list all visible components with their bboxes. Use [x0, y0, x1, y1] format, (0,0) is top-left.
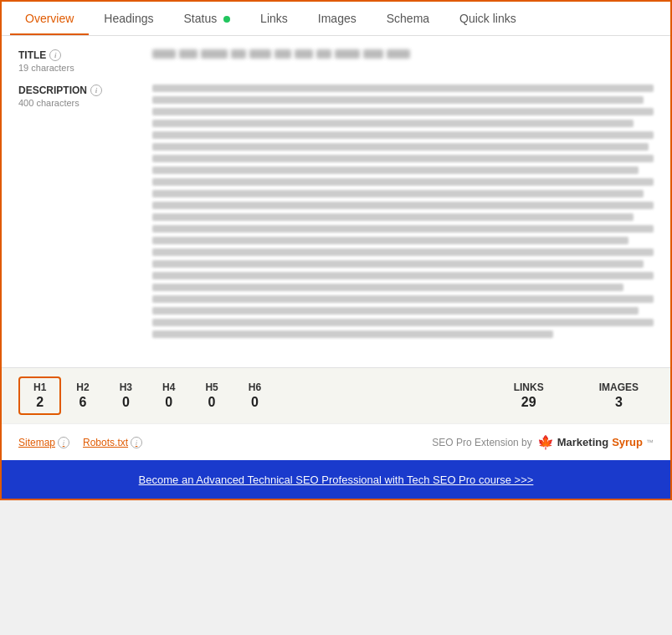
desc-value	[152, 84, 654, 342]
desc-label-area: DESCRIPTION i 400 characters	[18, 84, 152, 108]
title-label-area: TITLE i 19 characters	[18, 49, 152, 73]
banner-link[interactable]: Become an Advanced Technical SEO Profess…	[139, 474, 534, 486]
stat-links: LINKS 29	[499, 376, 559, 415]
stat-h4: H4 0	[147, 376, 190, 415]
footer-right: SEO Pro Extension by 🍁 MarketingSyrup™	[432, 434, 654, 450]
stat-h6: H6 0	[233, 376, 276, 415]
stat-right-group: LINKS 29 IMAGES 3	[499, 376, 654, 415]
sitemap-info-icon[interactable]: i	[58, 437, 69, 448]
robots-link[interactable]: Robots.txt i	[83, 437, 142, 448]
marketing-syrup-logo: 🍁 MarketingSyrup™	[537, 434, 654, 450]
desc-info-icon[interactable]: i	[90, 84, 102, 96]
title-blurred-content	[152, 49, 654, 59]
title-row: TITLE i 19 characters	[18, 49, 654, 73]
tab-images[interactable]: Images	[303, 2, 372, 35]
tab-headings[interactable]: Headings	[89, 2, 168, 35]
status-indicator	[223, 16, 230, 23]
title-info-icon[interactable]: i	[49, 49, 61, 61]
tab-schema[interactable]: Schema	[372, 2, 444, 35]
title-chars: 19 characters	[18, 63, 152, 73]
tab-links[interactable]: Links	[245, 2, 303, 35]
stat-h3: H3 0	[105, 376, 147, 415]
robots-info-icon[interactable]: i	[131, 437, 142, 448]
stat-h5: H5 0	[190, 376, 233, 415]
stat-h2: H2 6	[61, 376, 104, 415]
content-area: TITLE i 19 characters	[2, 36, 670, 367]
bottom-banner: Become an Advanced Technical SEO Profess…	[2, 460, 670, 499]
tab-overview[interactable]: Overview	[10, 2, 89, 35]
stats-bar: H1 2 H2 6 H3 0 H4 0 H5 0 H6 0 LINKS 29	[2, 367, 670, 423]
maple-leaf-icon: 🍁	[537, 434, 554, 450]
title-value	[152, 49, 654, 59]
stat-h1: H1 2	[18, 376, 61, 415]
tab-status[interactable]: Status	[169, 2, 246, 35]
main-container: Overview Headings Status Links Images Sc…	[0, 0, 672, 500]
stat-images: IMAGES 3	[584, 376, 654, 415]
description-row: DESCRIPTION i 400 characters	[18, 84, 654, 342]
footer-left: Sitemap i Robots.txt i	[18, 437, 142, 448]
footer: Sitemap i Robots.txt i SEO Pro Extension…	[2, 423, 670, 460]
sitemap-link[interactable]: Sitemap i	[18, 437, 69, 448]
desc-chars: 400 characters	[18, 98, 152, 108]
tab-quicklinks[interactable]: Quick links	[444, 2, 531, 35]
nav-tabs: Overview Headings Status Links Images Sc…	[2, 2, 670, 36]
